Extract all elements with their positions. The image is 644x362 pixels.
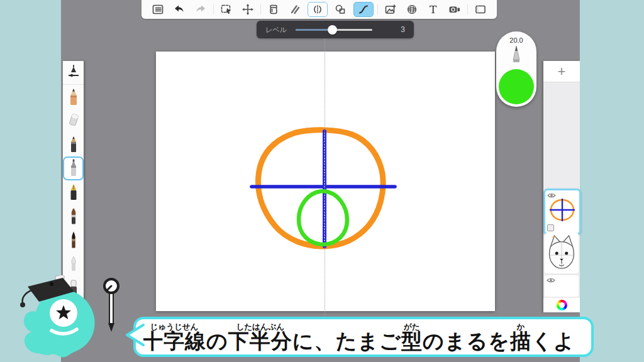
fill-jar-icon xyxy=(267,3,280,16)
round-brush-icon xyxy=(66,207,81,226)
tool-round-brush[interactable] xyxy=(63,204,84,228)
list-menu-button[interactable] xyxy=(149,2,167,17)
redo-icon xyxy=(194,3,207,16)
eraser-icon xyxy=(66,111,81,130)
hatch-pattern-button[interactable] xyxy=(286,2,304,17)
pencil-icon xyxy=(66,87,81,106)
tool-pencil[interactable] xyxy=(63,85,84,109)
add-layer-button[interactable]: + xyxy=(543,61,580,82)
layer-thumbnail-sketch[interactable] xyxy=(543,189,581,235)
fountain-pen-icon xyxy=(66,183,81,202)
tool-options-button[interactable] xyxy=(63,61,84,85)
pen-tip-icon xyxy=(506,45,526,64)
tool-options-icon xyxy=(66,65,81,81)
brush-size-color-widget[interactable]: 20.0 xyxy=(496,31,536,107)
undo-icon xyxy=(173,3,186,16)
ink-brush-icon xyxy=(66,231,81,250)
tool-fountain-pen[interactable] xyxy=(63,180,84,204)
airbrush-icon xyxy=(66,255,81,273)
shape-tool-button[interactable] xyxy=(331,2,349,17)
text-tool-button[interactable]: T xyxy=(425,2,442,17)
toolbar-divider xyxy=(377,4,378,14)
add-image-button[interactable] xyxy=(382,2,399,17)
fill-jar-button[interactable] xyxy=(265,2,282,17)
symmetry-tool-button[interactable] xyxy=(308,2,328,17)
dog-sketch-preview xyxy=(545,233,579,273)
select-tool-icon xyxy=(220,3,233,16)
select-tool-button[interactable] xyxy=(218,2,235,17)
tool-fineliner-selected[interactable] xyxy=(63,156,84,180)
camera-button[interactable] xyxy=(446,2,464,17)
toolbar-divider xyxy=(260,4,261,14)
level-slider-panel: レベル 3 xyxy=(257,21,414,38)
canvas-frame-button[interactable] xyxy=(472,2,489,17)
tool-sidebar xyxy=(63,61,84,300)
level-slider-label: レベル xyxy=(265,25,287,35)
globe-icon xyxy=(406,3,418,16)
speech-bubble: 十字線じゅうじせんの下半分したはんぶんに、たまご型がたのまるを描かくよ xyxy=(133,317,594,357)
globe-tool-button[interactable] xyxy=(403,2,421,17)
level-slider-value: 3 xyxy=(401,25,405,34)
layer-visibility-eye-icon[interactable] xyxy=(547,192,556,199)
hatch-pattern-icon xyxy=(289,3,301,16)
shape-tool-icon xyxy=(334,3,347,16)
toolbar-divider xyxy=(467,4,468,14)
carpenter-pencil-icon xyxy=(66,135,81,154)
level-slider-track[interactable] xyxy=(296,29,372,31)
fineliner-icon xyxy=(66,159,81,178)
toolbar-divider xyxy=(213,4,214,14)
video-frame: T レベル 3 xyxy=(0,0,644,362)
camera-icon xyxy=(448,3,462,16)
undo-button[interactable] xyxy=(170,2,188,17)
layers-panel: + xyxy=(543,61,580,312)
tool-airbrush[interactable] xyxy=(63,252,84,276)
layer-thumbnail-empty[interactable] xyxy=(545,275,579,297)
symmetry-guide-line xyxy=(325,39,325,315)
layer-paper-badge-icon xyxy=(547,224,554,231)
tool-carpenter-pencil[interactable] xyxy=(63,133,84,156)
top-toolbar: T xyxy=(142,0,497,19)
layer-thumbnail-dog-sketch[interactable] xyxy=(545,233,579,273)
symmetry-tool-icon xyxy=(311,3,324,16)
tool-ink-brush[interactable] xyxy=(63,228,84,252)
brush-color-swatch[interactable] xyxy=(499,69,534,104)
level-slider-knob[interactable] xyxy=(328,25,337,35)
speech-bubble-tail xyxy=(122,323,145,347)
drawing-canvas[interactable] xyxy=(156,52,495,311)
layer-visibility-eye-icon[interactable] xyxy=(547,277,555,283)
canvas-drawing xyxy=(156,52,495,311)
tool-eraser[interactable] xyxy=(63,109,84,133)
canvas-frame-icon xyxy=(474,3,487,16)
curve-tool-button[interactable] xyxy=(353,2,374,17)
mascot-pen-icon xyxy=(104,279,118,332)
brush-size-value: 20.0 xyxy=(509,36,523,44)
curve-tool-icon xyxy=(357,3,370,16)
add-image-icon xyxy=(384,3,397,16)
speech-text: 十字線じゅうじせんの下半分したはんぶんに、たまご型がたのまるを描かくよ xyxy=(142,323,575,353)
color-wheel-icon[interactable] xyxy=(557,300,567,310)
move-tool-icon xyxy=(242,3,254,16)
mascot-character xyxy=(3,275,128,362)
text-tool-icon: T xyxy=(430,4,436,15)
level-slider-fill xyxy=(296,29,333,31)
move-tool-button[interactable] xyxy=(239,2,257,17)
list-menu-icon xyxy=(152,3,164,16)
color-wheel-cell xyxy=(543,298,580,312)
redo-button[interactable] xyxy=(192,2,209,17)
